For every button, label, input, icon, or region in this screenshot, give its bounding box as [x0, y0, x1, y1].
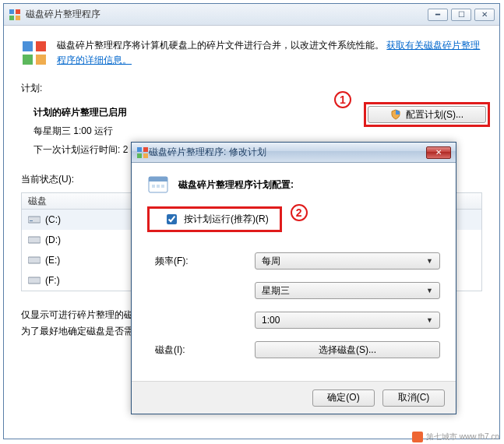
schedule-form: 频率(F): 每周 ▼ 星期三 ▼ 1:00 ▼ — [155, 246, 440, 365]
info-text: 磁盘碎片整理程序将计算机硬盘上的碎片文件进行合并，以改进文件系统性能。 获取有关… — [57, 38, 482, 68]
drive-icon — [28, 235, 41, 245]
maximize-button[interactable]: ☐ — [451, 9, 471, 21]
watermark-logo-icon — [412, 432, 423, 442]
day-row: 星期三 ▼ — [155, 276, 440, 305]
dialog-title: 磁盘碎片整理程序: 修改计划 — [149, 146, 426, 159]
frequency-combo[interactable]: 每周 ▼ — [255, 252, 440, 270]
svg-rect-14 — [143, 147, 148, 152]
config-area: 配置计划(S)... — [364, 102, 490, 127]
disk-label: 磁盘(I): — [155, 344, 255, 357]
svg-rect-19 — [152, 185, 155, 188]
calendar-icon — [147, 174, 169, 196]
chevron-down-icon: ▼ — [426, 287, 433, 294]
dialog-titlebar: 磁盘碎片整理程序: 修改计划 ✕ — [132, 143, 456, 163]
info-desc: 磁盘碎片整理程序将计算机硬盘上的碎片文件进行合并，以改进文件系统性能。 — [57, 40, 384, 51]
svg-rect-7 — [36, 55, 46, 65]
frequency-value: 每周 — [262, 255, 280, 268]
info-bar: 磁盘碎片整理程序将计算机硬盘上的碎片文件进行合并，以改进文件系统性能。 获取有关… — [4, 26, 499, 69]
main-title: 磁盘碎片整理程序 — [26, 8, 428, 21]
svg-rect-12 — [28, 277, 41, 284]
dialog-footer: 确定(O) 取消(C) — [132, 381, 456, 414]
configure-schedule-button[interactable]: 配置计划(S)... — [368, 106, 486, 123]
drive-label: (F:) — [45, 275, 60, 286]
svg-rect-9 — [30, 220, 33, 221]
drive-icon — [28, 276, 41, 285]
run-on-schedule-row[interactable]: 按计划运行(推荐)(R) — [160, 210, 272, 228]
svg-rect-5 — [36, 41, 46, 51]
time-combo[interactable]: 1:00 ▼ — [255, 312, 440, 329]
run-on-schedule-checkbox[interactable] — [167, 214, 177, 224]
svg-rect-6 — [23, 55, 33, 65]
ok-label: 确定(O) — [327, 391, 359, 404]
frequency-label: 频率(F): — [155, 255, 255, 268]
main-titlebar: 磁盘碎片整理程序 ━ ☐ ✕ — [4, 4, 499, 26]
svg-rect-20 — [157, 185, 160, 188]
svg-rect-11 — [28, 257, 41, 263]
svg-rect-2 — [9, 16, 14, 20]
defrag-app-icon — [136, 146, 149, 159]
ok-button[interactable]: 确定(O) — [312, 389, 375, 407]
watermark: 第七城市 www.th7.cn — [412, 432, 499, 442]
drive-icon — [28, 255, 41, 265]
dialog-body: 磁盘碎片整理程序计划配置: 按计划运行(推荐)(R) 2 频率(F): 每周 ▼… — [132, 163, 456, 381]
svg-rect-1 — [16, 9, 20, 14]
watermark-text: 第七城市 www.th7.cn — [426, 432, 499, 442]
select-disk-label: 选择磁盘(S)... — [319, 344, 376, 357]
svg-rect-8 — [28, 217, 41, 223]
day-combo[interactable]: 星期三 ▼ — [255, 282, 440, 299]
svg-rect-3 — [16, 16, 20, 20]
window-controls: ━ ☐ ✕ — [428, 9, 495, 21]
minimize-button[interactable]: ━ — [428, 9, 448, 21]
configure-schedule-label: 配置计划(S)... — [406, 108, 463, 122]
callout-1-box: 配置计划(S)... — [364, 102, 490, 127]
cancel-button[interactable]: 取消(C) — [382, 389, 445, 407]
svg-rect-0 — [9, 9, 14, 14]
svg-rect-4 — [23, 41, 33, 51]
drive-icon — [28, 215, 41, 224]
close-button[interactable]: ✕ — [474, 9, 495, 21]
svg-rect-16 — [143, 153, 148, 158]
drive-label: (E:) — [45, 255, 60, 266]
chevron-down-icon: ▼ — [426, 316, 433, 324]
shield-icon — [390, 109, 401, 120]
time-row: 1:00 ▼ — [155, 305, 440, 335]
drive-label: (D:) — [45, 234, 61, 245]
defrag-large-icon — [21, 40, 48, 66]
dialog-header-text: 磁盘碎片整理程序计划配置: — [178, 178, 294, 192]
select-disk-button[interactable]: 选择磁盘(S)... — [255, 341, 440, 358]
modify-schedule-dialog: 磁盘碎片整理程序: 修改计划 ✕ 磁盘碎片整理程序计划配置: 按计划运行(推荐)… — [131, 142, 456, 414]
svg-rect-13 — [137, 147, 142, 152]
svg-rect-10 — [28, 237, 41, 243]
svg-rect-18 — [149, 177, 167, 181]
callout-2-box: 按计划运行(推荐)(R) 2 — [147, 206, 282, 232]
disk-row: 磁盘(I): 选择磁盘(S)... — [155, 335, 440, 365]
defrag-app-icon — [9, 9, 21, 21]
plan-label: 计划: — [21, 82, 482, 95]
svg-rect-15 — [137, 153, 142, 158]
cancel-label: 取消(C) — [398, 391, 430, 404]
callout-1-badge: 1 — [334, 91, 351, 108]
time-value: 1:00 — [262, 315, 280, 326]
svg-rect-21 — [161, 185, 164, 188]
run-on-schedule-label: 按计划运行(推荐)(R) — [184, 213, 269, 226]
dialog-close-button[interactable]: ✕ — [426, 146, 451, 159]
day-value: 星期三 — [262, 284, 290, 298]
frequency-row: 频率(F): 每周 ▼ — [155, 246, 440, 276]
callout-2-badge: 2 — [291, 204, 308, 221]
chevron-down-icon: ▼ — [426, 257, 433, 265]
drive-label: (C:) — [45, 214, 61, 225]
dialog-header-row: 磁盘碎片整理程序计划配置: — [147, 174, 440, 196]
